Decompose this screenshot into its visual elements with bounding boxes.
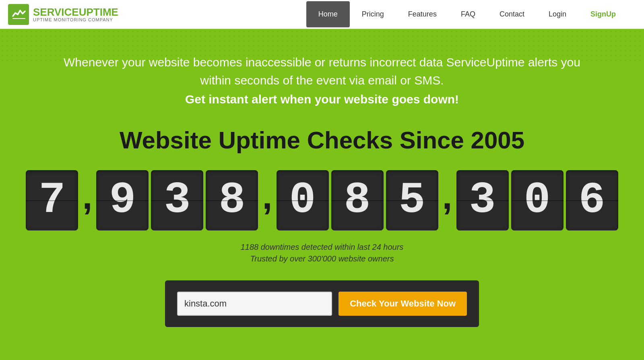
digit-9: 9: [96, 170, 149, 230]
digit-0b: 0: [511, 170, 564, 230]
counter-row: 7 , 9 3 8 , 0 8 5 , 3 0 6: [26, 170, 618, 230]
nav-pricing[interactable]: Pricing: [350, 1, 396, 27]
digit-5: 5: [386, 170, 438, 230]
comma-1: ,: [82, 178, 92, 222]
hero-section: Whenever your website becomes inaccessib…: [0, 29, 644, 360]
logo-icon: [8, 4, 29, 25]
hero-description: Whenever your website becomes inaccessib…: [60, 53, 584, 89]
digit-8: 8: [206, 170, 258, 230]
brand-tagline: UPTIME MONITORING COMPANY: [33, 17, 118, 22]
logo-text: SERVICEUPTIME UPTIME MONITORING COMPANY: [33, 7, 118, 22]
digit-0a: 0: [277, 170, 329, 230]
digit-3b: 3: [456, 170, 509, 230]
digit-6: 6: [566, 170, 618, 230]
nav-contact[interactable]: Contact: [487, 1, 537, 27]
comma-3: ,: [442, 178, 452, 222]
digit-8b: 8: [331, 170, 384, 230]
counter-title: Website Uptime Checks Since 2005: [120, 126, 524, 154]
stats-downtimes: 1188 downtimes detected within last 24 h…: [241, 243, 404, 252]
nav-home[interactable]: Home: [306, 1, 350, 27]
digit-7: 7: [26, 170, 78, 230]
navbar: SERVICEUPTIME UPTIME MONITORING COMPANY …: [0, 0, 644, 29]
nav-features[interactable]: Features: [396, 1, 449, 27]
comma-2: ,: [262, 178, 272, 222]
digit-3: 3: [151, 170, 203, 230]
hero-cta-text: Get instant alert when your website goes…: [185, 93, 459, 106]
website-input[interactable]: [177, 292, 332, 316]
nav-signup[interactable]: SignUp: [578, 1, 628, 27]
nav-login[interactable]: Login: [537, 1, 578, 27]
stats-trusted: Trusted by over 300'000 website owners: [250, 254, 394, 263]
nav-links: Home Pricing Features FAQ Contact Login …: [306, 1, 628, 27]
brand-name: SERVICEUPTIME: [33, 7, 118, 17]
check-website-button[interactable]: Check Your Website Now: [339, 292, 467, 316]
search-container: Check Your Website Now: [165, 280, 479, 327]
nav-faq[interactable]: FAQ: [449, 1, 487, 27]
logo: SERVICEUPTIME UPTIME MONITORING COMPANY: [8, 4, 118, 25]
